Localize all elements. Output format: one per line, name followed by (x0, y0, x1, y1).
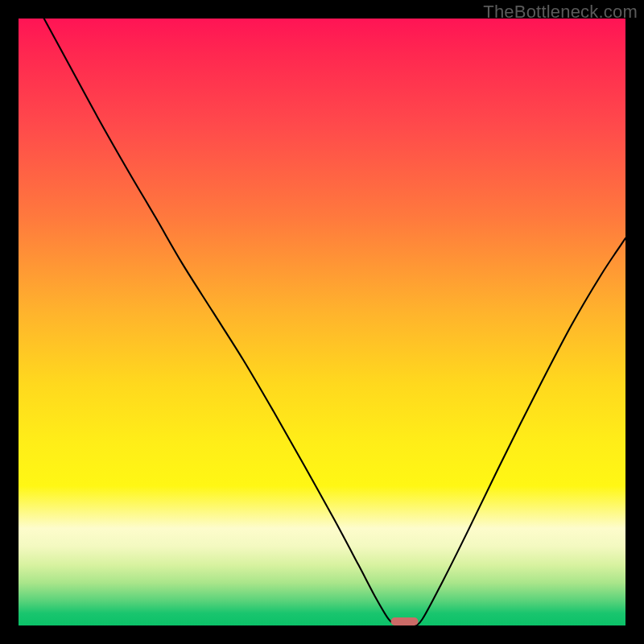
bottleneck-curve (44, 19, 625, 626)
watermark-text: TheBottleneck.com (483, 2, 638, 23)
chart-container: TheBottleneck.com (0, 0, 644, 644)
chart-svg (19, 19, 625, 625)
optimum-marker (391, 617, 419, 625)
plot-area (19, 19, 625, 625)
